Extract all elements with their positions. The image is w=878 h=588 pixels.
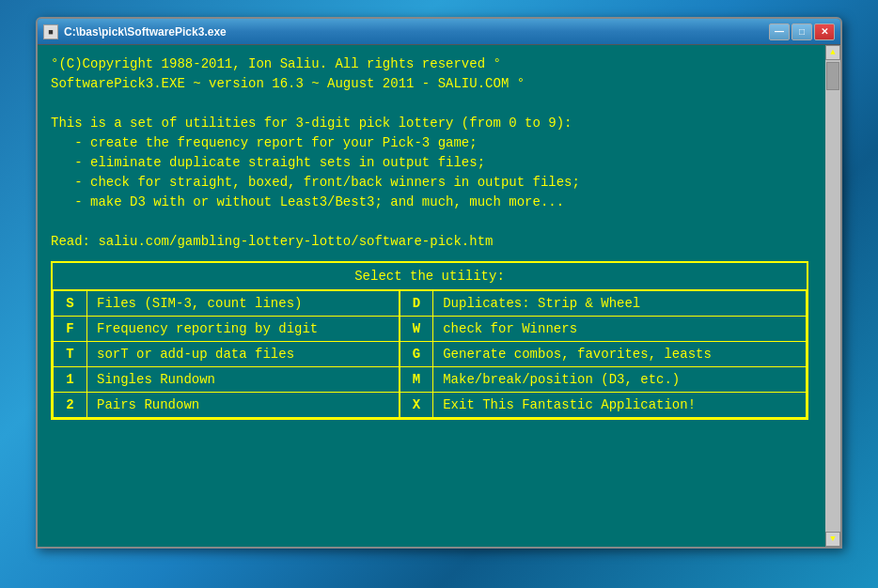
key-x[interactable]: X (400, 393, 433, 418)
desc-sort[interactable]: sorT or add-up data files (87, 342, 400, 367)
scrollbar[interactable]: ▲ ▼ (825, 45, 840, 547)
console-blank-2 (51, 212, 808, 232)
console-area: °(C)Copyright 1988-2011, Ion Saliu. All … (38, 45, 840, 547)
console-line-8: Read: saliu.com/gambling-lottery-lotto/s… (51, 232, 808, 252)
table-row[interactable]: 1 Singles Rundown M Make/break/position … (54, 367, 807, 393)
desc-pairs[interactable]: Pairs Rundown (87, 393, 400, 418)
console-line-6: - check for straight, boxed, front/back … (51, 173, 808, 193)
scroll-down-arrow[interactable]: ▼ (825, 532, 840, 547)
desc-make[interactable]: Make/break/position (D3, etc.) (433, 367, 807, 393)
title-bar: ■ C:\bas\pick\SoftwarePick3.exe — □ ✕ (38, 19, 840, 45)
scroll-up-arrow[interactable]: ▲ (825, 45, 840, 60)
console-line-5: - eliminate duplicate straight sets in o… (51, 153, 808, 173)
table-row[interactable]: 2 Pairs Rundown X Exit This Fantastic Ap… (54, 393, 807, 418)
desc-winners[interactable]: check for Winners (433, 317, 807, 342)
key-m[interactable]: M (400, 367, 433, 393)
console-line-2: SoftwarePick3.EXE ~ version 16.3 ~ Augus… (51, 74, 808, 94)
key-t[interactable]: T (54, 342, 87, 367)
table-row[interactable]: T sorT or add-up data files G Generate c… (54, 342, 807, 367)
key-d[interactable]: D (400, 291, 433, 317)
console-blank-1 (51, 94, 808, 114)
scroll-thumb[interactable] (826, 62, 839, 90)
main-window: ■ C:\bas\pick\SoftwarePick3.exe — □ ✕ °(… (36, 17, 842, 549)
console-content: °(C)Copyright 1988-2011, Ion Saliu. All … (51, 54, 827, 420)
table-row[interactable]: F Frequency reporting by digit W check f… (54, 317, 807, 342)
key-2[interactable]: 2 (54, 393, 87, 418)
console-line-7: - make D3 with or without Least3/Best3; … (51, 193, 808, 212)
desc-duplicates[interactable]: Duplicates: Strip & Wheel (433, 291, 807, 317)
maximize-button[interactable]: □ (792, 23, 812, 40)
desc-files[interactable]: Files (SIM-3, count lines) (87, 291, 400, 317)
desc-generate[interactable]: Generate combos, favorites, leasts (433, 342, 807, 367)
table-row[interactable]: S Files (SIM-3, count lines) D Duplicate… (54, 291, 807, 317)
menu-header: Select the utility: (53, 263, 807, 290)
window-title: C:\bas\pick\SoftwarePick3.exe (64, 25, 769, 39)
title-buttons: — □ ✕ (769, 23, 835, 40)
console-line-3: This is a set of utilities for 3-digit p… (51, 114, 808, 133)
menu-wrapper: Select the utility: S Files (SIM-3, coun… (51, 261, 808, 420)
key-w[interactable]: W (400, 317, 433, 342)
desc-singles[interactable]: Singles Rundown (87, 367, 400, 393)
minimize-button[interactable]: — (769, 23, 790, 40)
key-g[interactable]: G (400, 342, 433, 367)
close-button[interactable]: ✕ (814, 23, 835, 40)
desc-frequency[interactable]: Frequency reporting by digit (87, 317, 400, 342)
key-f[interactable]: F (54, 317, 87, 342)
console-line-1: °(C)Copyright 1988-2011, Ion Saliu. All … (51, 54, 808, 74)
key-1[interactable]: 1 (54, 367, 87, 393)
console-line-4: - create the frequency report for your P… (51, 133, 808, 153)
window-icon: ■ (43, 24, 58, 39)
key-s[interactable]: S (54, 291, 87, 317)
desc-exit[interactable]: Exit This Fantastic Application! (433, 393, 807, 418)
menu-table: S Files (SIM-3, count lines) D Duplicate… (53, 290, 807, 418)
